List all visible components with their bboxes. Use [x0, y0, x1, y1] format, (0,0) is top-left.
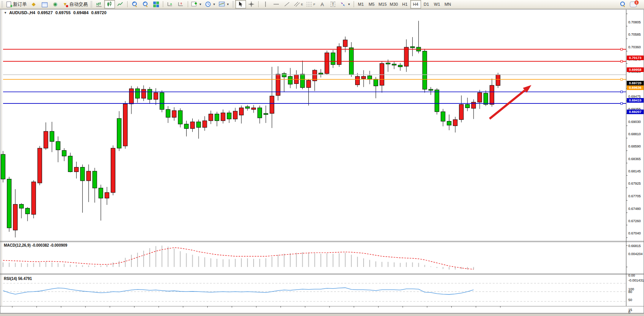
- bear-candle-body: [423, 51, 427, 89]
- chart-canvas[interactable]: [0, 8, 644, 316]
- line-drag-handle[interactable]: [621, 61, 623, 62]
- text-tool-icon: A: [321, 2, 324, 7]
- price-tick-label: 0.67705: [628, 194, 641, 198]
- toolbar-separator: [127, 1, 128, 7]
- bull-candle-body: [105, 193, 109, 198]
- bear-candle-body: [178, 111, 182, 124]
- templates-button[interactable]: ▼: [217, 0, 231, 8]
- bear-candle-body: [184, 124, 188, 129]
- vertical-line-tool[interactable]: [260, 0, 271, 8]
- bull-candle-body: [362, 76, 366, 79]
- timeframe-label: D1: [424, 2, 429, 7]
- timeframe-button-w1[interactable]: W1: [432, 0, 442, 8]
- bear-candle-body: [398, 65, 402, 67]
- bear-candle-body: [160, 93, 164, 110]
- bear-candle-body: [410, 47, 415, 48]
- timeframe-button-d1[interactable]: D1: [421, 0, 432, 8]
- channel-sub-label: E: [301, 3, 303, 6]
- arrows-icon: [340, 1, 346, 7]
- auto-scroll-button[interactable]: [165, 0, 175, 8]
- bull-candle-body: [209, 114, 213, 121]
- bull-candle-body: [123, 104, 128, 146]
- price-badge-resistance-1: 0.70173: [627, 56, 644, 60]
- bull-candle-body: [356, 76, 360, 85]
- collapse-icon[interactable]: ▼: [4, 11, 7, 15]
- text-tool[interactable]: A: [317, 0, 328, 8]
- zoom-out-icon: −: [142, 1, 148, 7]
- bear-candle-body: [62, 151, 66, 156]
- price-badge-support-2: 0.69207: [627, 110, 644, 114]
- macd-axis-zero: 0.00: [628, 273, 635, 277]
- timeframe-label: W1: [434, 2, 440, 7]
- new-order-button[interactable]: + 新订单: [4, 0, 28, 8]
- bear-candle-body: [435, 90, 439, 112]
- chart-window-frame: [0, 10, 644, 313]
- bar-chart-button[interactable]: [93, 0, 104, 8]
- candle: [7, 177, 11, 232]
- line-drag-handle[interactable]: [621, 79, 623, 80]
- bull-candle-body: [325, 53, 329, 74]
- bull-candle-body: [478, 93, 482, 102]
- indicators-button[interactable]: ▼: [190, 0, 203, 8]
- fibonacci-tool[interactable]: F: [305, 0, 317, 8]
- bear-candle-body: [484, 93, 488, 104]
- search-button[interactable]: [617, 0, 628, 8]
- toolbar-separator: [258, 1, 259, 7]
- auto-trading-label: 自动交易: [69, 1, 88, 8]
- line-chart-button[interactable]: [115, 0, 126, 8]
- macd-axis-max: 0.004204: [628, 252, 643, 256]
- terminal-button[interactable]: [39, 0, 50, 8]
- zoom-out-button[interactable]: −: [140, 0, 151, 8]
- candlestick-chart-button[interactable]: [104, 0, 115, 8]
- timeframe-button-m5[interactable]: M5: [366, 0, 377, 8]
- timeframe-button-h1[interactable]: H1: [400, 0, 410, 8]
- trendline-icon: [284, 1, 290, 7]
- periods-button[interactable]: ▼: [203, 0, 217, 8]
- tile-windows-button[interactable]: [151, 0, 161, 8]
- timeframe-button-mn[interactable]: MN: [442, 0, 453, 8]
- line-drag-handle[interactable]: [621, 48, 623, 50]
- candle: [123, 101, 128, 149]
- arrows-tool[interactable]: ▼: [338, 0, 352, 8]
- crosshair-icon: [248, 1, 254, 7]
- line-drag-handle[interactable]: [621, 91, 623, 93]
- timeframe-label: H1: [402, 2, 408, 7]
- bear-candle-body: [257, 108, 262, 118]
- bull-candle-body: [129, 89, 133, 104]
- chart-area: ▼ AUDUSD-,H4 0.69527 0.69755 0.69484 0.6…: [0, 8, 644, 316]
- mt4-window: + 新订单 ◆ ◉ ▼ 自动交易 + −: [0, 0, 644, 316]
- signals-button[interactable]: ◉: [50, 0, 61, 8]
- auto-trading-button[interactable]: ▼ 自动交易: [61, 0, 89, 8]
- timeframe-button-m30[interactable]: M30: [388, 0, 399, 8]
- text-label-tool[interactable]: T: [328, 0, 338, 8]
- bull-candle-body: [13, 204, 17, 230]
- timeframe-bar: M1M5M15M30H1H4D1W1MN: [356, 0, 453, 8]
- bear-candle-body: [25, 208, 29, 214]
- line-drag-handle[interactable]: [621, 103, 623, 105]
- bear-candle-body: [68, 156, 72, 172]
- crosshair-tool-button[interactable]: [246, 0, 257, 8]
- bear-candle-body: [368, 76, 372, 79]
- bear-candle-body: [300, 74, 305, 88]
- price-tick-label: 0.70805: [628, 20, 641, 24]
- trendline-tool[interactable]: [282, 0, 292, 8]
- horizontal-line-tool[interactable]: [271, 0, 282, 8]
- bear-candle-body: [19, 204, 23, 208]
- market-watch-button[interactable]: ◆: [28, 0, 39, 8]
- candle: [496, 73, 500, 88]
- bull-candle-body: [472, 102, 476, 108]
- price-tick-label: 0.67480: [628, 207, 641, 211]
- new-order-icon: +: [6, 1, 12, 7]
- bull-candle-body: [203, 121, 207, 128]
- search-icon: [619, 1, 626, 7]
- timeframe-button-m1[interactable]: M1: [356, 0, 366, 8]
- cursor-tool-button[interactable]: [235, 0, 246, 8]
- zoom-in-button[interactable]: +: [129, 0, 140, 8]
- chart-shift-button[interactable]: [175, 0, 186, 8]
- channel-tool[interactable]: E: [292, 0, 305, 8]
- notifications-button[interactable]: 1: [628, 0, 639, 8]
- price-tick-label: 0.68590: [628, 144, 641, 148]
- timeframe-button-h4[interactable]: H4: [410, 0, 421, 8]
- timeframe-button-m15[interactable]: M15: [377, 0, 388, 8]
- chart-window-title: ▼ AUDUSD-,H4 0.69527 0.69755 0.69484 0.6…: [4, 10, 107, 15]
